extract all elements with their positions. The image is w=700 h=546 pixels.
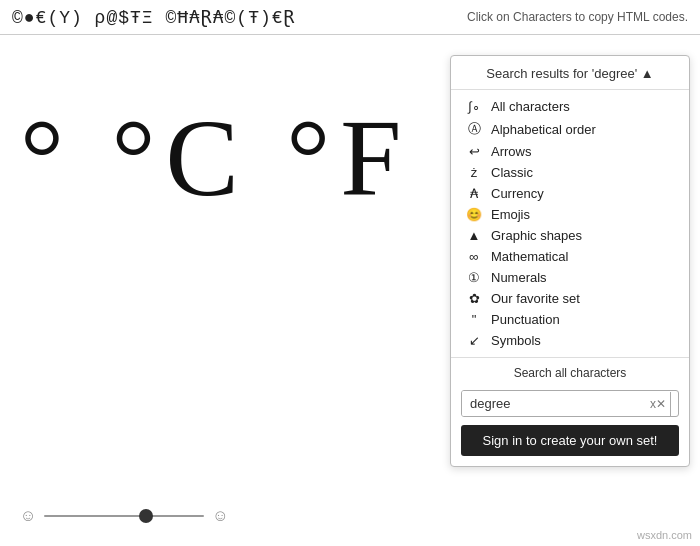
slider-right-icon: ☺ [212, 507, 228, 525]
header-hint: Click on Characters to copy HTML codes. [467, 10, 688, 24]
main-area: ° °C °F ☺ ☺ Search results for 'degree' … [0, 35, 700, 545]
list-item[interactable]: żClassic [451, 162, 689, 183]
list-item[interactable]: ⒶAlphabetical order [451, 117, 689, 141]
slider-area: ☺ ☺ [20, 507, 229, 525]
list-item[interactable]: ∫∘All characters [451, 96, 689, 117]
category-label: Numerals [491, 270, 547, 285]
site-logo[interactable]: ©●€(Y) ρ@$ŦΞ ©Ħ₳Ɽ₳©(Ŧ)€Ɽ [12, 6, 295, 28]
category-label: Punctuation [491, 312, 560, 327]
dropdown-header[interactable]: Search results for 'degree' ▲ [451, 56, 689, 90]
signin-button[interactable]: Sign in to create your own set! [461, 425, 679, 456]
category-icon: " [465, 312, 483, 327]
category-icon: ✿ [465, 291, 483, 306]
list-item[interactable]: ↙Symbols [451, 330, 689, 351]
list-item[interactable]: ∞Mathematical [451, 246, 689, 267]
dropdown-list: ∫∘All charactersⒶAlphabetical order↩Arro… [451, 90, 689, 357]
category-label: Classic [491, 165, 533, 180]
watermark: wsxdn.com [637, 529, 692, 541]
degree-display: ° °C °F [20, 95, 412, 222]
header: ©●€(Y) ρ@$ŦΞ ©Ħ₳Ɽ₳©(Ŧ)€Ɽ Click on Charac… [0, 0, 700, 35]
category-icon: Ⓐ [465, 120, 483, 138]
category-label: Graphic shapes [491, 228, 582, 243]
category-icon: ∫∘ [465, 99, 483, 114]
category-icon: ż [465, 165, 483, 180]
category-label: Mathematical [491, 249, 568, 264]
category-icon: ① [465, 270, 483, 285]
list-item[interactable]: 😊Emojis [451, 204, 689, 225]
search-box: x✕ 🔍 [461, 390, 679, 417]
list-item[interactable]: ✿Our favorite set [451, 288, 689, 309]
category-label: Symbols [491, 333, 541, 348]
category-icon: ∞ [465, 249, 483, 264]
search-all-label: Search all characters [451, 357, 689, 384]
category-label: Currency [491, 186, 544, 201]
category-icon: ₳ [465, 186, 483, 201]
search-clear-button[interactable]: x✕ [646, 397, 670, 411]
list-item[interactable]: ↩Arrows [451, 141, 689, 162]
category-icon: ↙ [465, 333, 483, 348]
category-icon: 😊 [465, 207, 483, 222]
list-item[interactable]: ▲Graphic shapes [451, 225, 689, 246]
category-label: Our favorite set [491, 291, 580, 306]
dropdown-panel: Search results for 'degree' ▲ ∫∘All char… [450, 55, 690, 467]
list-item[interactable]: "Punctuation [451, 309, 689, 330]
search-go-button[interactable]: 🔍 [670, 392, 679, 416]
category-label: Arrows [491, 144, 531, 159]
category-icon: ▲ [465, 228, 483, 243]
category-label: All characters [491, 99, 570, 114]
search-input[interactable] [462, 391, 646, 416]
category-icon: ↩ [465, 144, 483, 159]
list-item[interactable]: ①Numerals [451, 267, 689, 288]
slider-thumb[interactable] [139, 509, 153, 523]
category-label: Emojis [491, 207, 530, 222]
list-item[interactable]: ₳Currency [451, 183, 689, 204]
slider-left-icon: ☺ [20, 507, 36, 525]
slider-track[interactable] [44, 515, 204, 517]
category-label: Alphabetical order [491, 122, 596, 137]
